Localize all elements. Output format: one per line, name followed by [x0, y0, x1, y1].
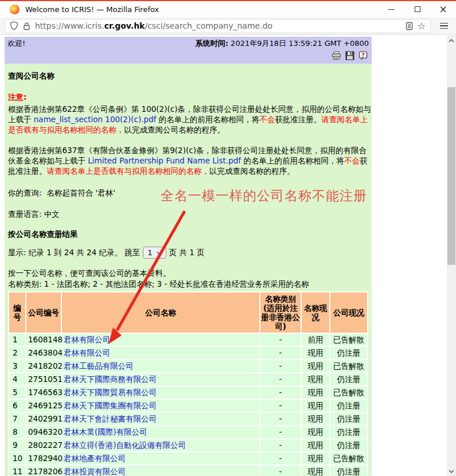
row-number: 1	[9, 334, 25, 346]
scrollbar-thumb[interactable]	[447, 87, 455, 265]
row-number: 8	[9, 426, 25, 438]
page-select[interactable]: 1	[143, 247, 166, 259]
name-status-value: 现用	[302, 413, 329, 425]
company-name-link[interactable]: 君林有限公司	[64, 335, 110, 344]
company-status-value: 仍注册	[330, 426, 367, 438]
company-name-link[interactable]: 君林天下會計秘書有限公司	[64, 414, 157, 423]
table-row: 10 1782940 君林地產有限公司 - 现用 已告解散	[9, 452, 367, 465]
save-icon[interactable]	[345, 51, 354, 60]
company-name-link[interactable]: 君林工藝品有限公司	[64, 361, 134, 370]
scroll-down-icon[interactable]	[447, 466, 456, 476]
firefox-logo-icon	[10, 5, 20, 14]
company-name-link[interactable]: 君林地產有限公司	[64, 454, 126, 463]
maximize-button[interactable]	[404, 1, 430, 17]
close-button[interactable]: ×	[430, 1, 456, 17]
company-status-value: 仍注册	[330, 373, 367, 385]
bookmark-star-icon[interactable]: ☆	[418, 21, 426, 32]
header-company-name: 公司名称	[62, 292, 259, 333]
reader-mode-icon[interactable]	[406, 22, 413, 30]
name-status-value: 现用	[302, 439, 329, 451]
scroll-up-icon[interactable]	[447, 36, 456, 45]
name-status-value: 现用	[302, 400, 329, 412]
menu-icon[interactable]	[435, 23, 453, 29]
name-status-value: 现用	[302, 466, 329, 476]
name-class-value: -	[260, 373, 301, 385]
row-number: 11	[9, 466, 25, 476]
page-title: 查阅公司名称	[8, 71, 368, 81]
maximize-icon	[415, 6, 420, 12]
table-row: 1 1608148 君林有限公司 - 前用 已告解散	[9, 334, 367, 346]
company-status-value: 仍注册	[330, 413, 367, 425]
vertical-scrollbar[interactable]	[447, 36, 456, 476]
red-annotation-text: 全名一模一样的公司名称不能注册	[161, 187, 367, 205]
row-number: 3	[9, 360, 25, 372]
company-name-link[interactable]: 君林天下國際商務有限公司	[64, 374, 157, 384]
shield-icon[interactable]	[10, 21, 18, 30]
company-number: 2802227	[26, 439, 61, 451]
table-row: 8 0946320 君林木業(國際)有限公司 - 现用 仍注册	[9, 426, 367, 438]
minimize-button[interactable]	[379, 1, 404, 17]
company-name-link[interactable]: 君林天下國際集團有限公司	[64, 401, 157, 410]
name-class-value: -	[260, 387, 301, 399]
welcome-text: 欢迎!	[7, 38, 25, 49]
window-title: Welcome to ICRIS! — Mozilla Firefox	[25, 5, 159, 14]
row-number: 4	[9, 373, 25, 385]
company-status-value: 仍注册	[330, 400, 367, 412]
company-number: 2463804	[26, 347, 61, 359]
company-number: 2402991	[26, 413, 61, 425]
company-number: 1782940	[26, 452, 61, 465]
name-list-pdf-link[interactable]: name_list_section 100(2)(c).pdf	[34, 115, 157, 124]
name-status-value: 现用	[302, 452, 329, 465]
pagination-line: 显示: 纪录 1 到 24 共 24 纪录。 跳至 1 页 共 1 页	[8, 247, 368, 259]
header-company-status: 公司现况	[330, 292, 367, 333]
company-name-link[interactable]: 君林天下國際貿易有限公司	[64, 388, 157, 397]
row-number: 6	[9, 400, 25, 412]
company-status-value: 已告解散	[330, 387, 367, 399]
lock-icon[interactable]	[23, 22, 30, 30]
company-status-value: 仍注册	[330, 439, 367, 451]
browser-toolbar: https://www.icris.cr.gov.hk/csci/search_…	[0, 17, 456, 35]
table-header-row: 编号 公司编号 公司名称 名称类别 (适用於注册非香港公司) 名称现况 公司现况	[9, 292, 367, 333]
company-name-link[interactable]: 君林立得(香港)自動化設備有限公司	[64, 440, 186, 450]
lpf-name-list-pdf-link[interactable]: Limited Partnership Fund Name List.pdf	[88, 156, 241, 165]
name-status-value: 现用	[302, 347, 329, 359]
company-status-value: 仍注册	[330, 466, 367, 476]
name-class-value: -	[260, 426, 301, 438]
page-viewport: 欢迎! 系统时间: 2021年9月18日 13:59:21 GMT +0800 …	[0, 36, 447, 476]
name-class-value: -	[260, 360, 301, 372]
company-number: 2469125	[26, 400, 61, 412]
name-class-value: -	[260, 400, 301, 412]
close-icon: ×	[439, 5, 447, 14]
url-text[interactable]: https://www.icris.cr.gov.hk/csci/search_…	[35, 21, 401, 30]
name-status-value: 现用	[302, 387, 329, 399]
header-name-class: 名称类别 (适用於注册非香港公司)	[260, 292, 301, 333]
company-number: 1608148	[26, 334, 61, 346]
print-icon[interactable]	[332, 51, 341, 60]
click-hint: 按一下公司名称，便可查阅该公司的基本资料。	[8, 268, 368, 279]
system-banner: 欢迎! 系统时间: 2021年9月18日 13:59:21 GMT +0800 …	[5, 37, 372, 64]
window-controls: ×	[379, 1, 456, 17]
company-status-value: 仍注册	[330, 347, 367, 359]
page-body: 查阅公司名称 注意: 根据香港法例第622章《公司条例》第 100(2)(c)条…	[5, 64, 372, 476]
row-number: 2	[9, 347, 25, 359]
company-status-value: 已告解散	[330, 360, 367, 372]
window-titlebar: Welcome to ICRIS! — Mozilla Firefox ×	[0, 0, 456, 17]
table-row: 6 2469125 君林天下國際集團有限公司 - 现用 仍注册	[9, 400, 367, 412]
notice-label: 注意:	[8, 92, 368, 103]
name-status-value: 现用	[302, 360, 329, 372]
svg-text:?: ?	[361, 52, 364, 58]
company-name-link[interactable]: 君林有限公司	[64, 348, 110, 357]
company-status-value: 已告解散	[330, 334, 367, 346]
minimize-icon	[388, 9, 395, 10]
search-language: 查册语言: 中文	[8, 209, 368, 220]
results-tbody: 1 1608148 君林有限公司 - 前用 已告解散 2 2463804 君林有…	[9, 334, 367, 476]
select-chevron-icon	[157, 251, 162, 255]
row-number: 5	[9, 387, 25, 399]
url-bar[interactable]: https://www.icris.cr.gov.hk/csci/search_…	[5, 19, 431, 33]
company-number: 2178206	[26, 466, 61, 476]
row-number: 10	[9, 452, 25, 465]
company-name-link[interactable]: 君林木業(國際)有限公司	[64, 427, 147, 436]
company-name-link[interactable]: 君林投資有限公司	[64, 467, 126, 476]
table-row: 11 2178206 君林投資有限公司 - 现用 仍注册	[9, 466, 367, 476]
help-icon[interactable]: ?	[358, 51, 368, 60]
